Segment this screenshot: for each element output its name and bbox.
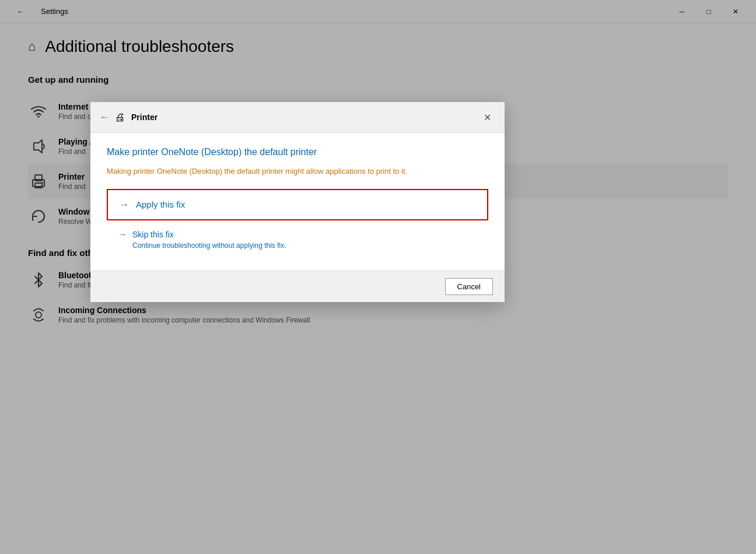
cancel-button[interactable]: Cancel <box>445 278 493 295</box>
skip-fix-arrow: → <box>118 230 127 239</box>
skip-fix-desc: Continue troubleshooting without applyin… <box>132 241 477 250</box>
apply-fix-arrow: → <box>120 199 129 210</box>
printer-dialog: ← 🖨 Printer ✕ Make printer OneNote (Desk… <box>90 102 505 302</box>
skip-fix-label: Skip this fix <box>132 230 174 239</box>
dialog-title-text: Printer <box>131 113 158 122</box>
dialog-printer-icon: 🖨 <box>115 111 125 124</box>
dialog-back-button[interactable]: ← <box>100 112 109 122</box>
dialog-main-heading: Make printer OneNote (Desktop) the defau… <box>107 147 488 157</box>
dialog-description: Making printer OneNote (Desktop) the def… <box>107 166 488 177</box>
dialog-content: Make printer OneNote (Desktop) the defau… <box>90 133 505 271</box>
dialog-footer: Cancel <box>90 271 505 302</box>
skip-fix-row[interactable]: → Skip this fix <box>118 230 477 239</box>
dialog-title-bar: ← 🖨 Printer ✕ <box>90 102 505 133</box>
dialog-title-left: ← 🖨 Printer <box>100 111 158 124</box>
dialog-close-button[interactable]: ✕ <box>479 109 495 125</box>
apply-fix-box[interactable]: → Apply this fix <box>107 189 488 220</box>
apply-fix-label: Apply this fix <box>136 199 185 209</box>
skip-fix-area: → Skip this fix Continue troubleshooting… <box>107 223 488 257</box>
